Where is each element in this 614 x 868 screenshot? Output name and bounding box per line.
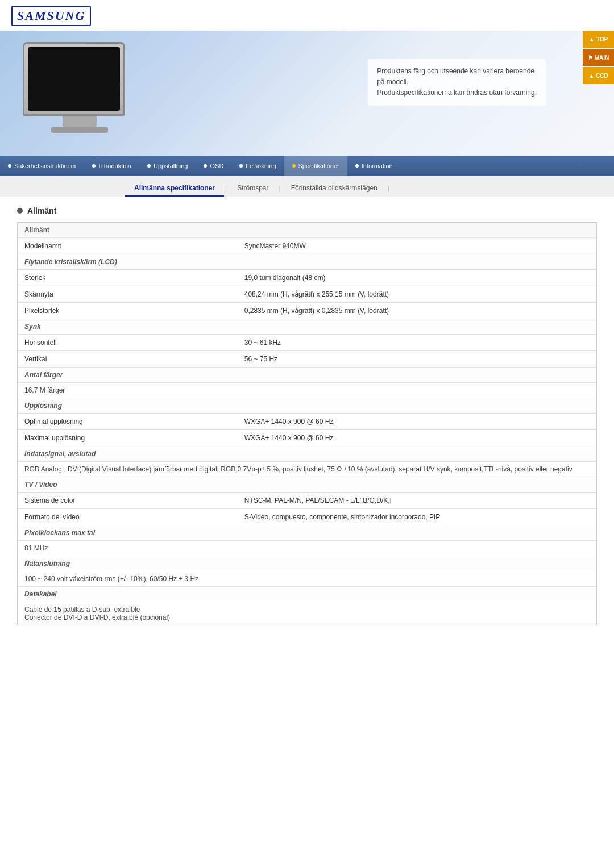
nav-dot — [8, 164, 11, 168]
nav-dot — [239, 164, 243, 168]
spec-value: NTSC-M, PAL-M/N, PAL/SECAM - L/L',B/G,D/… — [238, 493, 597, 509]
nav-item-info[interactable]: Information — [347, 156, 401, 176]
nav-dot — [147, 164, 151, 168]
spec-row: Sistema de colorNTSC-M, PAL-M/N, PAL/SEC… — [18, 493, 597, 509]
hero-banner: Produktens färg och utseende kan variera… — [0, 31, 614, 156]
main-content: Allmänt AllmäntModellnamnSyncMaster 940M… — [0, 197, 614, 635]
spec-label: Vertikal — [18, 351, 238, 368]
spec-category-header: TV / Video — [18, 477, 597, 493]
spec-category-label: TV / Video — [18, 477, 597, 493]
spec-label: Sistema de color — [18, 493, 238, 509]
spec-category-label: Pixelklockans max tal — [18, 525, 597, 541]
tab-powersave[interactable]: Strömspar — [228, 181, 277, 197]
nav-item-osd[interactable]: OSD — [196, 156, 231, 176]
spec-value: WXGA+ 1440 x 900 @ 60 Hz — [238, 414, 597, 430]
nav-item-setup[interactable]: Uppställning — [139, 156, 196, 176]
hero-desc-line1: Produktens färg och utseende kan variera… — [377, 67, 534, 75]
spec-category-label: Datakabel — [18, 587, 597, 602]
spec-row: Maximal upplösningWXGA+ 1440 x 900 @ 60 … — [18, 430, 597, 446]
spec-value: SyncMaster 940MW — [238, 238, 597, 254]
spec-row: Storlek19,0 tum diagonalt (48 cm) — [18, 270, 597, 286]
hero-desc-line3: Produktspecifikationerna kan ändras utan… — [377, 89, 537, 97]
nav-dot — [92, 164, 96, 168]
tab-bar: Allmänna specifikationer | Strömspar | F… — [0, 176, 614, 197]
tab-general-specs[interactable]: Allmänna specifikationer — [125, 181, 224, 197]
nav-dot — [204, 164, 207, 168]
tab-preset-modes[interactable]: Förinställda bildskärmslägen — [282, 181, 387, 197]
spec-section-label: Allmänt — [18, 223, 597, 238]
spec-full-row: RGB Analog , DVI(Digital Visual Interfac… — [18, 462, 597, 477]
hero-desc-line2: på modell. — [377, 78, 408, 86]
spec-label: Formato del vídeo — [18, 509, 238, 525]
section-title: Allmänt — [27, 206, 56, 215]
hero-monitor-image — [23, 42, 136, 133]
spec-row: Formato del vídeoS-Video, compuesto, com… — [18, 509, 597, 525]
spec-label: Horisontell — [18, 335, 238, 351]
spec-category-header: Nätanslutning — [18, 556, 597, 571]
spec-category-label: Synk — [18, 319, 597, 335]
spec-row: Pixelstorlek0,2835 mm (H, vågrätt) x 0,2… — [18, 303, 597, 319]
top-button[interactable]: ▲ TOP — [583, 31, 614, 48]
spec-full-value: RGB Analog , DVI(Digital Visual Interfac… — [18, 462, 597, 477]
nav-bar: Säkerhetsinstruktioner Introduktion Upps… — [0, 156, 614, 176]
spec-row: Optimal upplösningWXGA+ 1440 x 900 @ 60 … — [18, 414, 597, 430]
spec-row: Vertikal56 ~ 75 Hz — [18, 351, 597, 368]
spec-label: Pixelstorlek — [18, 303, 238, 319]
spec-category-label: Antal färger — [18, 368, 597, 383]
top-icon: ▲ — [589, 36, 595, 43]
spec-table: AllmäntModellnamnSyncMaster 940MWFlytand… — [17, 222, 597, 625]
spec-value: 0,2835 mm (H, vågrätt) x 0,2835 mm (V, l… — [238, 303, 597, 319]
spec-label: Maximal upplösning — [18, 430, 238, 446]
spec-row: Horisontell30 ~ 61 kHz — [18, 335, 597, 351]
spec-category-label: Upplösning — [18, 398, 597, 414]
nav-item-safety[interactable]: Säkerhetsinstruktioner — [0, 156, 84, 176]
samsung-logo: SAMSUNG — [11, 6, 91, 26]
tab-sep-1: | — [224, 185, 228, 193]
tab-sep-3: | — [387, 185, 391, 193]
ccd-button[interactable]: ▲ CCD — [583, 67, 614, 84]
spec-row: ModellnamnSyncMaster 940MW — [18, 238, 597, 254]
spec-category-header: Pixelklockans max tal — [18, 525, 597, 541]
spec-value: 19,0 tum diagonalt (48 cm) — [238, 270, 597, 286]
spec-value: 30 ~ 61 kHz — [238, 335, 597, 351]
spec-full-row: 16,7 M färger — [18, 383, 597, 398]
spec-value: S-Video, compuesto, componente, sintoniz… — [238, 509, 597, 525]
spec-section-header: Allmänt — [18, 223, 597, 238]
spec-row: Skärmyta408,24 mm (H, vågrätt) x 255,15 … — [18, 286, 597, 303]
nav-dot — [355, 164, 359, 168]
side-buttons: ▲ TOP ⚑ MAIN ▲ CCD — [583, 31, 614, 84]
spec-category-label: Nätanslutning — [18, 556, 597, 571]
spec-category-label: Indatasignal, avslutad — [18, 446, 597, 462]
spec-category-header: Datakabel — [18, 587, 597, 602]
spec-category-header: Antal färger — [18, 368, 597, 383]
spec-label: Modellnamn — [18, 238, 238, 254]
spec-value: 408,24 mm (H, vågrätt) x 255,15 mm (V, l… — [238, 286, 597, 303]
main-icon: ⚑ — [588, 55, 593, 61]
spec-full-row: 81 MHz — [18, 541, 597, 556]
spec-category-label: Flytande kristallskärm (LCD) — [18, 254, 597, 270]
ccd-icon: ▲ — [588, 73, 594, 79]
main-button[interactable]: ⚑ MAIN — [583, 49, 614, 66]
spec-value: WXGA+ 1440 x 900 @ 60 Hz — [238, 430, 597, 446]
spec-full-value: Cable de 15 patillas a D-sub, extraíble … — [18, 602, 597, 625]
spec-full-row: 100 ~ 240 volt växelström rms (+/- 10%),… — [18, 571, 597, 587]
header: SAMSUNG — [0, 0, 614, 26]
spec-category-header: Synk — [18, 319, 597, 335]
spec-category-header: Flytande kristallskärm (LCD) — [18, 254, 597, 270]
nav-dot-active — [292, 164, 296, 168]
spec-category-header: Indatasignal, avslutad — [18, 446, 597, 462]
section-header: Allmänt — [17, 206, 597, 215]
spec-category-header: Upplösning — [18, 398, 597, 414]
spec-label: Optimal upplösning — [18, 414, 238, 430]
hero-description: Produktens färg och utseende kan variera… — [368, 59, 546, 106]
nav-item-intro[interactable]: Introduktion — [84, 156, 139, 176]
spec-label: Skärmyta — [18, 286, 238, 303]
spec-full-value: 100 ~ 240 volt växelström rms (+/- 10%),… — [18, 571, 597, 587]
spec-value: 56 ~ 75 Hz — [238, 351, 597, 368]
spec-full-value: 81 MHz — [18, 541, 597, 556]
nav-item-specs[interactable]: Specifikationer — [284, 156, 347, 176]
section-dot-icon — [17, 208, 23, 214]
nav-item-troubleshoot[interactable]: Felsökning — [231, 156, 284, 176]
spec-full-value: 16,7 M färger — [18, 383, 597, 398]
spec-full-row: Cable de 15 patillas a D-sub, extraíble … — [18, 602, 597, 625]
